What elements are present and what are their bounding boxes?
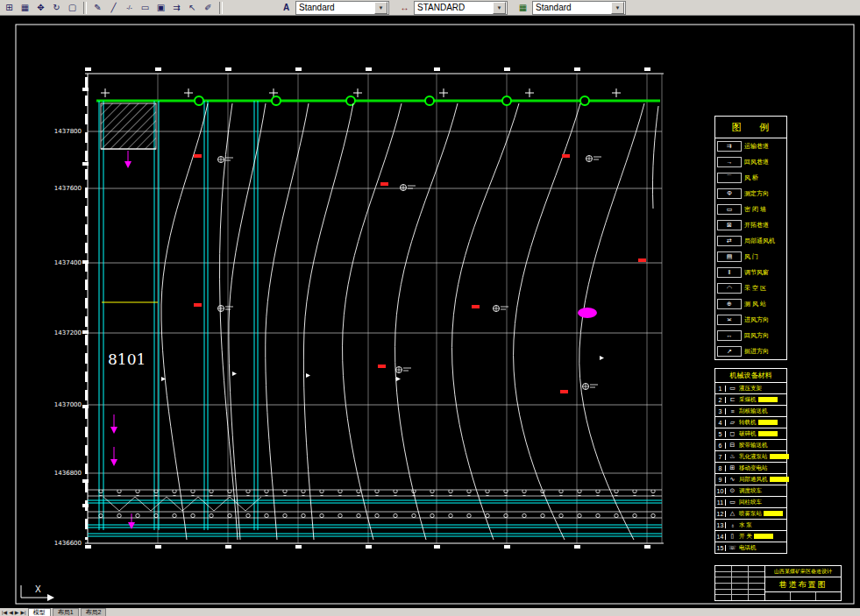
equipment-no: 2: [715, 397, 726, 403]
named-view-icon[interactable]: ⊞: [2, 1, 17, 14]
equipment-label: 转载机: [739, 419, 757, 427]
trim-icon[interactable]: ⇉: [169, 1, 184, 14]
tab-layout2[interactable]: 布局2: [81, 608, 107, 616]
drawing-title: 巷道布置图: [765, 577, 841, 592]
legend-row: ‖调节风窗: [715, 265, 786, 280]
equipment-label: 喷雾泵站: [739, 510, 762, 518]
equipment-bar: [770, 454, 789, 459]
dim-style-group: ↔ STANDARD ▼: [397, 1, 508, 15]
equipment-symbol: ⊏: [726, 396, 739, 403]
equipment-symbol: ⊙: [726, 487, 739, 494]
text-style-value: Standard: [299, 3, 374, 12]
equipment-row: 3≡刮板输送机: [714, 406, 787, 417]
tab-nav-next[interactable]: ▶: [15, 610, 19, 615]
equipment-no: 3: [715, 408, 726, 414]
legend-label: 开拓巷道: [744, 221, 769, 230]
chevron-down-icon[interactable]: ▼: [611, 2, 624, 14]
equipment-no: 6: [715, 443, 726, 449]
text-style-icon[interactable]: A: [279, 1, 294, 14]
legend-panel: 图 例 ⇉运输巷道 →回风巷道 ⌒风 桥 Φ测定方向 ▭密 闭 墙 ⊠开拓巷道 …: [714, 116, 787, 360]
equipment-no: 10: [715, 488, 726, 494]
elevation-label: 1437800: [54, 128, 82, 135]
title-block: 山西某煤矿采区巷道设计 巷道布置图: [714, 565, 842, 601]
equipment-symbol: ▭: [726, 385, 739, 392]
legend-row: ▭密 闭 墙: [715, 202, 786, 217]
equipment-no: 7: [715, 454, 726, 460]
legend-symbol: ▭: [717, 204, 742, 215]
sketch-icon[interactable]: ✐: [201, 1, 216, 14]
dim-style-icon[interactable]: ↔: [397, 1, 412, 14]
equipment-no: 4: [715, 420, 726, 426]
layout-tab-bar: |◀ ◀ ▶ ▶| 模型 布局1 布局2: [0, 608, 860, 616]
text-style-dropdown[interactable]: Standard ▼: [295, 1, 389, 15]
equipment-row: 13♁水 泵: [714, 520, 787, 531]
project-name: 山西某煤矿采区巷道设计: [765, 566, 841, 577]
survey-markers: [161, 154, 646, 393]
equipment-symbol: ◻: [726, 430, 739, 437]
tab-model[interactable]: 模型: [28, 608, 51, 616]
sheet-icon[interactable]: ▢: [65, 1, 80, 14]
equipment-symbol: △: [726, 510, 739, 517]
table-style-icon[interactable]: ▦: [515, 1, 530, 14]
equipment-row: 11▭回柱绞车: [714, 497, 787, 508]
layout-grid-icon[interactable]: ▦: [18, 1, 32, 14]
tab-nav-prev[interactable]: ◀: [9, 610, 13, 615]
legend-row: ↔回风方向: [715, 328, 786, 343]
legend-label: 密 闭 墙: [744, 205, 766, 214]
copy-object-icon[interactable]: ▣: [153, 1, 168, 14]
legend-symbol: ↗: [717, 346, 742, 357]
sheet-frame: [82, 67, 664, 549]
ucs-x-label: X: [35, 584, 41, 594]
dim-style-value: STANDARD: [417, 3, 493, 12]
drawing-labels: 8101 1437800 1437600 1437400 1437200 143…: [54, 128, 146, 547]
legend-label: 回风方向: [744, 331, 769, 340]
equipment-row: 7♨乳化液泵站: [714, 451, 787, 463]
polyline-edit-icon[interactable]: ✎: [90, 1, 105, 14]
legend-symbol: ↔: [717, 330, 742, 341]
chevron-down-icon[interactable]: ▼: [493, 2, 506, 14]
legend-symbol: →: [717, 157, 742, 167]
equipment-no: 9: [715, 477, 726, 483]
elevation-label: 1437600: [54, 185, 82, 192]
legend-row: ↗掘进方向: [715, 343, 786, 359]
equipment-label: 液压支架: [739, 385, 762, 393]
equipment-row: 2⊏采煤机: [714, 394, 787, 406]
equipment-symbol: ♨: [726, 453, 739, 460]
elevation-label: 1437000: [54, 401, 82, 408]
tab-nav-first[interactable]: |◀: [2, 610, 7, 615]
tab-layout1[interactable]: 布局1: [53, 608, 79, 616]
toolbar-separator: [219, 2, 223, 14]
rectangle-icon[interactable]: ▭: [138, 1, 153, 14]
break-line-icon[interactable]: -/-: [122, 1, 137, 14]
legend-symbol: ◠: [717, 283, 742, 294]
equipment-no: 12: [715, 511, 726, 517]
equipment-no: 13: [715, 522, 726, 528]
construction-line-icon[interactable]: ╱: [106, 1, 121, 14]
dim-style-dropdown[interactable]: STANDARD ▼: [414, 1, 508, 15]
equipment-symbol: ≡: [726, 408, 739, 414]
equipment-no: 14: [715, 534, 726, 540]
table-style-dropdown[interactable]: Standard ▼: [532, 1, 626, 15]
legend-symbol: Φ: [717, 188, 742, 199]
legend-label: 采 空 区: [744, 284, 766, 293]
equipment-symbol: ⊞: [726, 464, 739, 471]
equipment-table-title: 机械设备材料: [714, 368, 787, 383]
equipment-label: 局部通风机: [739, 476, 768, 484]
chevron-down-icon[interactable]: ▼: [374, 2, 387, 14]
pan-icon[interactable]: ✥: [33, 1, 48, 14]
equipment-no: 1: [715, 386, 726, 392]
zoom-realtime-icon[interactable]: ↻: [49, 1, 64, 14]
legend-label: 风 门: [744, 252, 758, 261]
pick-arrow-icon[interactable]: ↖: [185, 1, 200, 14]
equipment-row: 14▯开 关: [714, 531, 787, 542]
tab-nav-last[interactable]: ▶|: [20, 610, 25, 615]
equipment-label: 采煤机: [739, 396, 757, 404]
coal-pillar-block: [101, 103, 158, 529]
equipment-symbol: ⊟: [726, 442, 739, 449]
equipment-no: 15: [715, 545, 726, 551]
equipment-label: 回柱绞车: [739, 499, 762, 506]
drawing-canvas[interactable]: 8101 1437800 1437600 1437400 1437200 143…: [0, 16, 860, 608]
toolbar-separator: [83, 2, 87, 14]
legend-symbol: ⊠: [717, 220, 742, 230]
elevation-label: 1436800: [54, 470, 82, 477]
